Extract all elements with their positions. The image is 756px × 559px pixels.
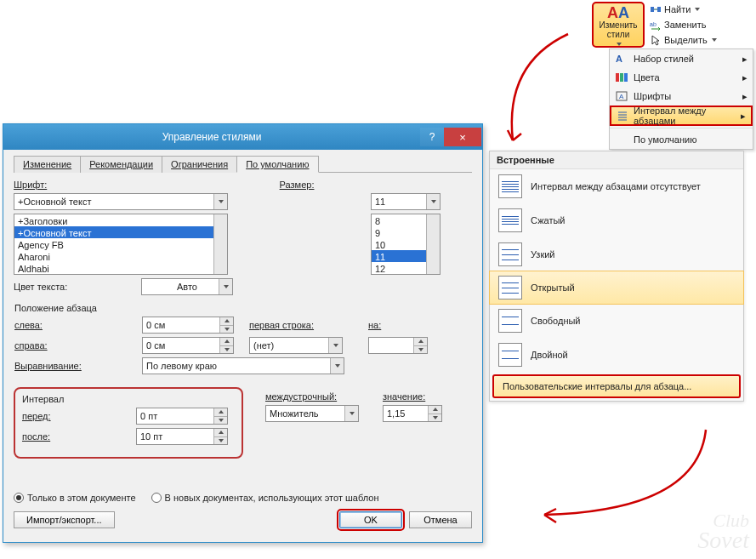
- menu-item-styleset[interactable]: A Набор стилей ▸: [610, 49, 753, 68]
- binoculars-icon: [650, 3, 662, 15]
- spacing-tight-icon: [498, 242, 522, 266]
- radio-new-documents[interactable]: В новых документах, использующих этот ша…: [151, 493, 379, 503]
- spacing-none[interactable]: Интервал между абзацами отсутствует: [490, 169, 743, 203]
- svg-rect-2: [654, 9, 657, 10]
- tab-recommend[interactable]: Рекомендации: [80, 156, 162, 173]
- font-combo[interactable]: +Основной текст: [14, 193, 228, 210]
- spacing-compact-icon: [498, 208, 522, 232]
- colors-icon: [615, 71, 628, 84]
- cancel-button[interactable]: Отмена: [409, 511, 472, 528]
- after-label: после:: [22, 431, 136, 442]
- ok-button[interactable]: OK: [339, 511, 402, 528]
- chevron-down-icon: [426, 194, 440, 209]
- chevron-down-icon: [617, 43, 622, 46]
- size-combo[interactable]: 11: [371, 193, 441, 210]
- menu-item-fonts[interactable]: A Шрифты ▸: [610, 87, 753, 106]
- dialog-close-button[interactable]: ×: [444, 128, 481, 146]
- import-export-button[interactable]: Импорт/экспорт...: [14, 511, 115, 528]
- before-label: перед:: [22, 411, 136, 421]
- tab-restrict[interactable]: Ограничения: [162, 156, 237, 173]
- dialog-title: Управление стилями: [3, 131, 420, 143]
- styleset-icon: A: [615, 52, 628, 66]
- by2-label: значение:: [383, 391, 425, 402]
- radio-this-document[interactable]: Только в этом документе: [14, 493, 136, 503]
- menu-item-paragraph-spacing[interactable]: Интервал между абзацами ▸: [610, 106, 753, 126]
- change-styles-icon: AA: [594, 5, 643, 20]
- by2-spin[interactable]: 1,15: [383, 405, 442, 422]
- replace-icon: ab: [650, 19, 662, 31]
- dialog-help-button[interactable]: ?: [420, 128, 444, 146]
- paragraph-spacing-icon: [617, 109, 628, 123]
- svg-rect-6: [620, 73, 623, 82]
- indent-right-spin[interactable]: 0 см: [142, 337, 234, 354]
- svg-text:ab: ab: [650, 21, 657, 27]
- tab-edit[interactable]: Изменение: [14, 156, 81, 173]
- svg-rect-5: [616, 73, 619, 82]
- before-spin[interactable]: 0 пт: [136, 408, 228, 425]
- scrollbar[interactable]: [426, 214, 440, 274]
- builtin-spacing-panel: Встроенные Интервал между абзацами отсут…: [489, 151, 744, 402]
- spacing-relaxed[interactable]: Свободный: [490, 304, 743, 338]
- alignment-combo[interactable]: По левому краю: [142, 357, 344, 374]
- spacing-open-icon: [498, 276, 522, 299]
- change-styles-label: Изменить стили: [594, 20, 643, 39]
- svg-text:A: A: [619, 93, 624, 100]
- custom-spacing-button[interactable]: Пользовательские интервалы для абзаца...: [492, 374, 741, 398]
- svg-rect-0: [651, 7, 654, 12]
- cursor-icon: [650, 34, 662, 46]
- dialog-tabs: Изменение Рекомендации Ограничения По ум…: [14, 155, 472, 173]
- first-line-combo[interactable]: (нет): [249, 337, 343, 354]
- tab-defaults[interactable]: По умолчанию: [236, 156, 318, 173]
- first-line-label: первая строка:: [249, 320, 343, 330]
- spacing-open[interactable]: Открытый: [489, 271, 744, 305]
- fonts-icon: A: [615, 89, 628, 103]
- svg-rect-1: [657, 7, 661, 12]
- svg-text:A: A: [616, 54, 622, 64]
- menu-item-colors[interactable]: Цвета ▸: [610, 68, 753, 87]
- after-spin[interactable]: 10 пт: [136, 428, 228, 445]
- builtin-header: Встроенные: [490, 151, 743, 169]
- line-spacing-label: междустрочный:: [265, 391, 367, 402]
- text-color-combo[interactable]: Авто: [141, 278, 233, 295]
- menu-item-default[interactable]: По умолчанию: [610, 130, 753, 149]
- watermark: Club Sovet: [697, 512, 749, 550]
- text-color-label: Цвет текста:: [14, 282, 141, 292]
- interval-label: Интервал: [22, 394, 235, 404]
- manage-styles-dialog: Управление стилями ? × Изменение Рекомен…: [3, 123, 483, 543]
- font-label: Шрифт:: [14, 180, 47, 190]
- indent-right-label: справа:: [14, 340, 142, 351]
- paragraph-position-label: Положение абзаца: [14, 303, 471, 313]
- change-styles-menu: A Набор стилей ▸ Цвета ▸ A Шрифты ▸ Инте…: [609, 48, 753, 150]
- annotation-arrow-2: [527, 425, 723, 536]
- dialog-titlebar[interactable]: Управление стилями ? ×: [3, 124, 482, 150]
- size-listbox[interactable]: 8 9 10 11 12: [371, 214, 441, 275]
- by1-label: на:: [368, 320, 411, 330]
- spacing-relaxed-icon: [498, 309, 522, 333]
- find-button[interactable]: Найти: [650, 2, 743, 17]
- spacing-double-icon: [498, 343, 522, 367]
- spacing-none-icon: [498, 174, 522, 198]
- chevron-down-icon: [219, 279, 232, 294]
- replace-button[interactable]: ab Заменить: [650, 17, 743, 32]
- svg-rect-7: [624, 73, 628, 82]
- scrollbar[interactable]: [213, 214, 227, 274]
- alignment-label: Выравнивание:: [14, 361, 142, 371]
- select-button[interactable]: Выделить: [650, 32, 743, 48]
- spacing-compact[interactable]: Сжатый: [490, 203, 743, 237]
- indent-left-spin[interactable]: 0 см: [142, 317, 234, 334]
- by1-spin[interactable]: [368, 337, 428, 354]
- spacing-tight[interactable]: Узкий: [490, 237, 743, 271]
- chevron-down-icon: [213, 194, 227, 209]
- font-listbox[interactable]: +Заголовки +Основной текст Agency FB Aha…: [14, 214, 228, 275]
- line-spacing-combo[interactable]: Множитель: [265, 405, 359, 422]
- change-styles-button[interactable]: AA Изменить стили: [592, 2, 645, 48]
- indent-left-label: слева:: [14, 320, 142, 330]
- spacing-double[interactable]: Двойной: [490, 338, 743, 372]
- size-label: Размер:: [280, 180, 315, 190]
- annotation-arrow-1: [487, 30, 589, 157]
